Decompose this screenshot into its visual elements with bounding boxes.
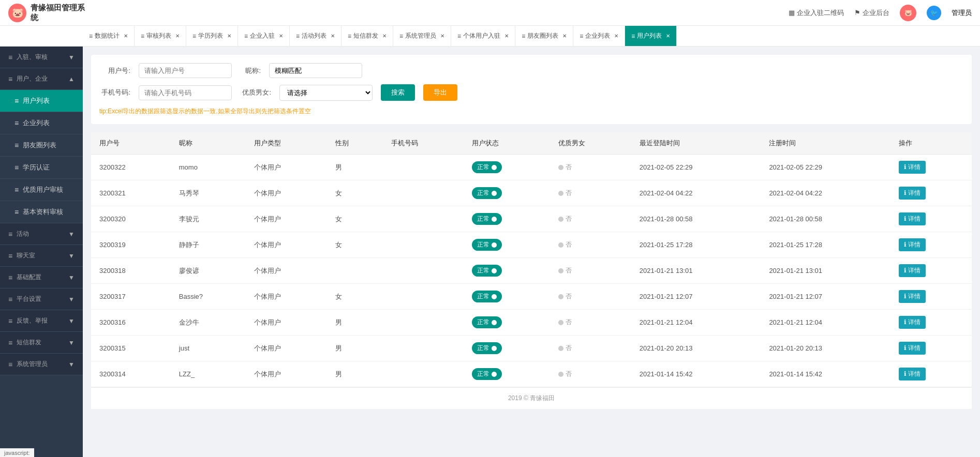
tab-系统管理员[interactable]: ≡系统管理员✕ <box>393 26 451 47</box>
export-button[interactable]: 导出 <box>423 84 457 101</box>
cell-reg-time: 2021-02-04 04:22 <box>761 180 890 206</box>
status-badge[interactable]: 正常 <box>472 187 502 199</box>
col-用户状态: 用户状态 <box>464 132 550 155</box>
tab-审核列表[interactable]: ≡审核列表✕ <box>135 26 186 47</box>
quality-badge[interactable]: 否 <box>558 163 572 172</box>
cell-gender: 男 <box>327 155 383 180</box>
sidebar-item-优质用户审核[interactable]: ≡ 优质用户审核 <box>0 179 83 201</box>
tab-close-icon[interactable]: ✕ <box>382 33 387 39</box>
tab-朋友圈列表[interactable]: ≡朋友圈列表✕ <box>515 26 573 47</box>
quality-badge[interactable]: 否 <box>558 266 572 275</box>
detail-button[interactable]: ℹ 详情 <box>899 368 926 380</box>
quality-badge[interactable]: 否 <box>558 240 572 249</box>
quality-badge[interactable]: 否 <box>558 189 572 197</box>
tab-活动列表[interactable]: ≡活动列表✕ <box>290 26 341 47</box>
detail-button[interactable]: ℹ 详情 <box>899 161 926 174</box>
sidebar-item-系统管理员[interactable]: ≡ 系统管理员▼ <box>0 354 83 375</box>
detail-button[interactable]: ℹ 详情 <box>899 187 926 200</box>
status-badge[interactable]: 正常 <box>472 239 502 251</box>
tab-close-icon[interactable]: ✕ <box>666 33 670 39</box>
backend-btn[interactable]: ⚑ 企业后台 <box>854 8 889 18</box>
cell-action: ℹ 详情 <box>890 284 972 310</box>
user-no-input[interactable] <box>139 63 232 78</box>
sidebar-item-基础配置[interactable]: ≡ 基础配置▼ <box>0 267 83 288</box>
detail-button[interactable]: ℹ 详情 <box>899 212 926 225</box>
cell-phone <box>383 180 464 206</box>
tab-close-icon[interactable]: ✕ <box>504 33 509 39</box>
tab-close-icon[interactable]: ✕ <box>175 33 180 39</box>
sidebar-item-用户-企业[interactable]: ≡ 用户、企业▲ <box>0 68 83 90</box>
cell-status: 正常 <box>464 310 550 336</box>
detail-button[interactable]: ℹ 详情 <box>899 290 926 303</box>
sidebar-item-朋友圈列表[interactable]: ≡ 朋友圈列表 <box>0 134 83 157</box>
status-badge[interactable]: 正常 <box>472 265 502 277</box>
phone-input[interactable] <box>139 85 232 100</box>
qr-code-btn[interactable]: ▦ 企业入驻二维码 <box>789 8 844 18</box>
nickname-input[interactable] <box>269 63 362 78</box>
tab-数据统计[interactable]: ≡数据统计✕ <box>83 26 135 47</box>
table-row: 3200315just个体用户男正常否2021-01-20 20:132021-… <box>91 336 972 361</box>
status-badge[interactable]: 正常 <box>472 161 502 173</box>
nickname-label: 昵称: <box>240 66 261 75</box>
cell-quality: 否 <box>550 361 631 387</box>
sidebar-item-用户列表[interactable]: ≡ 用户列表 <box>0 90 83 112</box>
sidebar-item-平台设置[interactable]: ≡ 平台设置▼ <box>0 288 83 310</box>
cell-status: 正常 <box>464 284 550 310</box>
tab-用户列表[interactable]: ≡用户列表✕ <box>625 26 677 47</box>
quality-select[interactable]: 请选择 优质男 优质女 <box>279 85 373 101</box>
detail-button[interactable]: ℹ 详情 <box>899 342 926 355</box>
detail-button[interactable]: ℹ 详情 <box>899 316 926 329</box>
header-right: ▦ 企业入驻二维码 ⚑ 企业后台 🐷 🐦 管理员 <box>789 5 972 21</box>
cell-quality: 否 <box>550 180 631 206</box>
status-badge[interactable]: 正常 <box>472 291 502 302</box>
cell-gender: 男 <box>327 361 383 387</box>
tab-个体用户入驻[interactable]: ≡个体用户入驻✕ <box>451 26 515 47</box>
sidebar-item-学历认证[interactable]: ≡ 学历认证 <box>0 157 83 179</box>
user-table: 用户号昵称用户类型性别手机号码用户状态优质男女最近登陆时间注册时间操作 3200… <box>91 132 972 387</box>
tab-close-icon[interactable]: ✕ <box>562 33 567 39</box>
menu-icon: ≡ <box>14 119 19 127</box>
cell-nickname: 静静子 <box>171 232 246 258</box>
tab-企业列表[interactable]: ≡企业列表✕ <box>573 26 625 47</box>
tab-close-icon[interactable]: ✕ <box>279 33 283 39</box>
cell-gender: 女 <box>327 206 383 232</box>
detail-button[interactable]: ℹ 详情 <box>899 264 926 277</box>
tab-close-icon[interactable]: ✕ <box>614 33 618 39</box>
cell-phone <box>383 336 464 361</box>
sidebar-item-反馈-举报[interactable]: ≡ 反馈、举报▼ <box>0 310 83 332</box>
quality-badge[interactable]: 否 <box>558 318 572 327</box>
sidebar-label: 企业列表 <box>23 118 50 128</box>
sidebar-item-活动[interactable]: ≡ 活动▼ <box>0 223 83 245</box>
sidebar-item-短信群发[interactable]: ≡ 短信群发▼ <box>0 332 83 354</box>
sidebar-item-企业列表[interactable]: ≡ 企业列表 <box>0 112 83 134</box>
tab-close-icon[interactable]: ✕ <box>331 33 335 39</box>
detail-button[interactable]: ℹ 详情 <box>899 238 926 251</box>
sidebar-label: 聊天室 <box>17 251 35 260</box>
status-badge[interactable]: 正常 <box>472 213 502 225</box>
cell-quality: 否 <box>550 336 631 361</box>
tab-close-icon[interactable]: ✕ <box>440 33 444 39</box>
sidebar-item-聊天室[interactable]: ≡ 聊天室▼ <box>0 245 83 267</box>
table-row: 3200316金沙牛个体用户男正常否2021-01-21 12:042021-0… <box>91 310 972 336</box>
status-badge[interactable]: 正常 <box>472 368 502 380</box>
quality-badge[interactable]: 否 <box>558 215 572 223</box>
cell-quality: 否 <box>550 155 631 180</box>
filter-row-1: 用户号: 昵称: <box>99 63 963 78</box>
status-badge[interactable]: 正常 <box>472 342 502 354</box>
tab-close-icon[interactable]: ✕ <box>124 33 128 39</box>
tab-企业入驻[interactable]: ≡企业入驻✕ <box>238 26 290 47</box>
sidebar-item-入驻-审核[interactable]: ≡ 入驻、审核▼ <box>0 47 83 68</box>
status-badge[interactable]: 正常 <box>472 316 502 328</box>
tab-短信群发[interactable]: ≡短信群发✕ <box>341 26 393 47</box>
sidebar-item-基本资料审核[interactable]: ≡ 基本资料审核 <box>0 201 83 223</box>
search-button[interactable]: 搜索 <box>381 84 415 101</box>
tab-close-icon[interactable]: ✕ <box>227 33 231 39</box>
quality-badge[interactable]: 否 <box>558 292 572 301</box>
cell-nickname: LZZ_ <box>171 361 246 387</box>
quality-badge[interactable]: 否 <box>558 370 572 378</box>
toggle-dot <box>492 191 497 196</box>
cell-last-login: 2021-01-21 12:07 <box>631 284 761 310</box>
quality-badge[interactable]: 否 <box>558 344 572 353</box>
tab-学历列表[interactable]: ≡学历列表✕ <box>186 26 238 47</box>
statusbar-text: javascript: <box>4 450 30 456</box>
